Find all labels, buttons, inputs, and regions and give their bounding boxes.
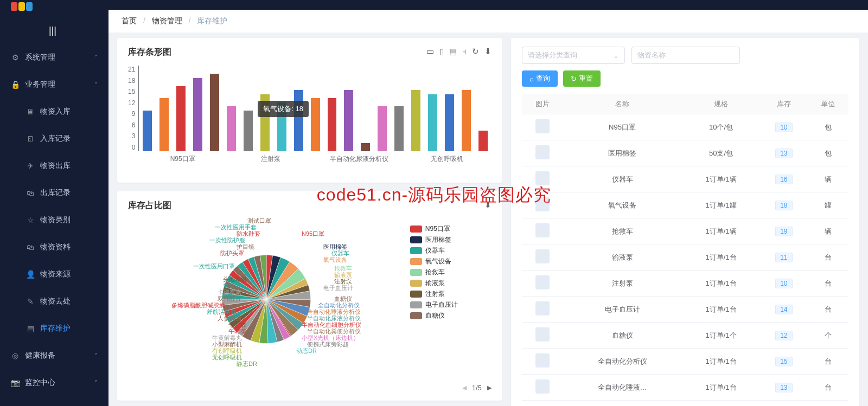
tool-data-view-icon[interactable]: ▤ xyxy=(449,47,457,56)
menu-group[interactable]: ◎健康报备˅ xyxy=(0,342,108,369)
bar-chart-card: 库存条形图 ▭ ▯ ▤ ⫞ ↻ ⬇ 211815129630 氧气设备: 18 xyxy=(117,38,502,183)
legend-item[interactable]: 抢救车 xyxy=(410,268,492,277)
bar[interactable] xyxy=(244,111,253,151)
name-input[interactable]: 物资名称 xyxy=(631,47,740,64)
menu-toggle-icon[interactable]: ||| xyxy=(0,22,108,44)
tool-download-icon[interactable]: ⬇ xyxy=(484,200,492,210)
item-thumbnail xyxy=(535,171,550,185)
bar[interactable] xyxy=(143,111,152,151)
table-row[interactable]: 仪器车1订单/1辆16辆 xyxy=(522,166,848,192)
bar[interactable] xyxy=(193,78,202,151)
bar[interactable] xyxy=(176,86,186,151)
menu-icon: ✎ xyxy=(26,297,35,306)
menu-sub-item[interactable]: 🗓入库记录 xyxy=(0,125,108,152)
search-button[interactable]: ⌕查询 xyxy=(522,70,558,87)
bar[interactable] xyxy=(462,90,471,151)
legend-item[interactable]: 电子血压计 xyxy=(410,300,492,310)
bar[interactable] xyxy=(294,90,303,151)
breadcrumb-section[interactable]: 物资管理 xyxy=(152,16,182,25)
table-row[interactable]: 血糖仪1订单/1个12个 xyxy=(522,323,848,349)
legend-item[interactable]: 注射泵 xyxy=(410,289,492,299)
bar[interactable] xyxy=(361,143,370,151)
menu-icon: 🛍 xyxy=(26,243,35,252)
tool-bar-toggle-icon[interactable]: ⫞ xyxy=(462,47,467,56)
search-icon: ⌕ xyxy=(529,75,534,83)
bar-y-axis: 211815129630 xyxy=(128,66,138,151)
table-row[interactable]: N95口罩10个/包10包 xyxy=(522,114,848,140)
legend-item[interactable]: N95口罩 xyxy=(410,224,492,234)
table-header: 名称 xyxy=(563,94,682,114)
table-row[interactable]: 全自动化分析仪1订单/1台15台 xyxy=(522,349,848,375)
legend-page: 1/5 xyxy=(472,384,482,392)
table-row[interactable]: 电子血压计1订单/1台14台 xyxy=(522,297,848,323)
stock-badge: 13 xyxy=(775,149,792,158)
menu-sub-item[interactable]: ▤库存维护 xyxy=(0,315,108,342)
breadcrumb: 首页 / 物资管理 / 库存维护 xyxy=(108,10,868,33)
stock-badge: 10 xyxy=(775,279,792,288)
tool-area-select-icon[interactable]: ▭ xyxy=(426,47,434,56)
stock-badge: 13 xyxy=(775,383,792,392)
menu-icon: ✈ xyxy=(26,162,35,170)
menu-sub-item[interactable]: ☆物资类别 xyxy=(0,207,108,234)
legend-prev-icon[interactable]: ◀ xyxy=(462,384,467,391)
legend-item[interactable]: 血糖仪 xyxy=(410,311,492,320)
table-row[interactable]: 抢救车1订单/1辆19辆 xyxy=(522,218,848,244)
pie-chart-card: 库存占比图 ⬇ 测试口罩一次性医用手套防水鞋套一次性防护服护目镜防护头罩一次性医… xyxy=(117,191,502,401)
bar[interactable] xyxy=(428,94,437,151)
table-header: 图片 xyxy=(522,94,563,114)
bar[interactable] xyxy=(227,106,236,151)
legend-next-icon[interactable]: ▶ xyxy=(487,384,492,391)
menu-sub-item[interactable]: ✎物资去处 xyxy=(0,288,108,315)
bar[interactable] xyxy=(411,90,420,151)
table-row[interactable]: 氧气设备1订单/1罐18罐 xyxy=(522,192,848,218)
menu-group[interactable]: ⚙系统管理˅ xyxy=(0,44,108,71)
menu-group[interactable]: 🔒业务管理˄ xyxy=(0,71,108,98)
legend-item[interactable]: 仪器车 xyxy=(410,246,492,255)
stock-badge: 10 xyxy=(775,123,792,132)
bar[interactable] xyxy=(445,94,454,151)
menu-sub-item[interactable]: 👤物资来源 xyxy=(0,261,108,288)
stock-badge: 19 xyxy=(775,227,792,236)
tool-download-icon[interactable]: ⬇ xyxy=(484,47,492,56)
menu-sub-item[interactable]: 🛍物资资料 xyxy=(0,234,108,261)
item-thumbnail xyxy=(535,353,550,368)
breadcrumb-home[interactable]: 首页 xyxy=(122,16,137,25)
bar[interactable] xyxy=(328,98,337,151)
pie-chart[interactable] xyxy=(220,253,312,345)
table-row[interactable]: 全自动化唾液…1订单/1台13台 xyxy=(522,375,848,401)
tool-refresh-icon[interactable]: ↻ xyxy=(472,47,479,56)
table-row[interactable]: 医用棉签50支/包13包 xyxy=(522,140,848,166)
bar[interactable] xyxy=(378,106,387,151)
pie-legend: N95口罩医用棉签仪器车氧气设备抢救车输液泵注射泵电子血压计血糖仪 xyxy=(410,224,492,382)
topbar xyxy=(108,0,868,10)
bar[interactable] xyxy=(344,90,353,151)
legend-item[interactable]: 输液泵 xyxy=(410,279,492,288)
legend-item[interactable]: 医用棉签 xyxy=(410,235,492,244)
bar[interactable] xyxy=(394,106,404,151)
reset-button[interactable]: ↻重置 xyxy=(563,70,601,87)
breadcrumb-current: 库存维护 xyxy=(197,16,227,25)
menu-icon: ⚙ xyxy=(11,53,20,62)
menu-group[interactable]: 📷监控中心˅ xyxy=(0,369,108,396)
bar-chart-bars[interactable] xyxy=(138,66,491,151)
logo xyxy=(0,0,108,22)
bar[interactable] xyxy=(159,98,169,151)
tool-undo-select-icon[interactable]: ▯ xyxy=(439,47,444,56)
stock-badge: 18 xyxy=(775,201,792,210)
menu-icon: 🗓 xyxy=(26,134,35,143)
sidebar: ||| ⚙系统管理˅🔒业务管理˄🖥物资入库🗓入库记录✈物资出库🛍出库记录☆物资类… xyxy=(0,0,108,406)
legend-item[interactable]: 氧气设备 xyxy=(410,257,492,266)
menu-sub-item[interactable]: 🖥物资入库 xyxy=(0,98,108,125)
bar-x-axis: N95口罩 注射泵 半自动化尿液分析仪 无创呼吸机 xyxy=(138,154,491,164)
menu-icon: 🔒 xyxy=(11,80,20,89)
table-row[interactable]: 输液泵1订单/1台11台 xyxy=(522,244,848,270)
category-select[interactable]: 请选择分类查询 ⌄ xyxy=(522,47,625,64)
bar[interactable] xyxy=(311,98,320,151)
bar[interactable] xyxy=(478,131,488,151)
menu-sub-item[interactable]: ✈物资出库 xyxy=(0,152,108,179)
table-row[interactable]: 注射泵1订单/1台10台 xyxy=(522,270,848,297)
menu-sub-item[interactable]: 🛍出库记录 xyxy=(0,179,108,207)
bar[interactable] xyxy=(210,74,219,151)
menu-icon: 👤 xyxy=(26,270,35,279)
chevron-icon: ˅ xyxy=(94,352,98,359)
